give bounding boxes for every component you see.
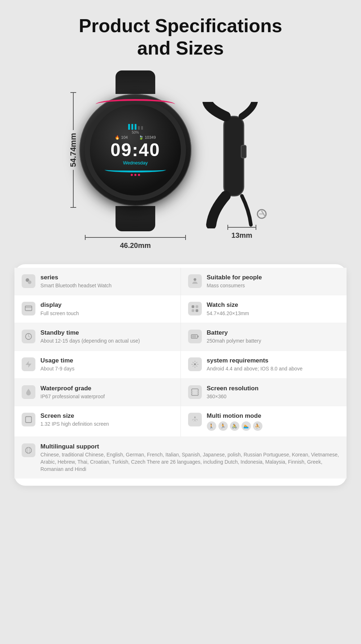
motion-icon-2: 🏃: [218, 421, 228, 431]
dimension-thickness: [227, 225, 256, 230]
svg-rect-18: [197, 336, 199, 338]
system-icon: [188, 357, 202, 371]
svg-rect-17: [192, 335, 196, 338]
motion-icon-1: 🚶: [207, 421, 216, 431]
spec-text-system: system requirements Android 4.4 and abov…: [207, 357, 303, 373]
motion-icon-4: 🏊: [242, 421, 251, 431]
svg-rect-8: [25, 306, 32, 311]
spec-text-watch-size: Watch size 54.7×46.20×13mm: [207, 301, 249, 317]
spec-cell-series: series Smart Bluetooth headset Watch: [14, 268, 181, 295]
spec-cell-motion: Multi motion mode 🚶 🏃 🚴 🏊 ⛹: [181, 406, 347, 437]
dim-label-width: 46.20mm: [120, 241, 151, 250]
watch-side-view: 13mm: [202, 102, 282, 240]
multilingual-icon: [22, 443, 35, 457]
screen-size-icon: [22, 413, 35, 426]
spec-cell-display: display Full screen touch: [14, 295, 181, 323]
spec-text-series: series Smart Bluetooth headset Watch: [40, 274, 112, 289]
spec-cell-watch-size: Watch size 54.7×46.20×13mm: [181, 295, 347, 323]
spec-cell-waterproof: Waterproof grade IP67 professional water…: [14, 379, 181, 406]
usage-icon: [22, 357, 35, 371]
spec-cell-usage: Usage time About 7-9 days: [14, 351, 181, 378]
spec-row-multilingual: Multilingual support Chinese, traditiona…: [14, 437, 347, 478]
spec-text-usage: Usage time About 7-9 days: [40, 357, 74, 373]
motion-icon-3: 🚴: [230, 421, 239, 431]
svg-point-7: [193, 278, 196, 281]
watch-front-view: 54.74mm: [79, 70, 191, 250]
spec-row-2: display Full screen touch Watch size 54.…: [14, 295, 347, 323]
svg-rect-23: [27, 418, 31, 422]
spec-cell-battery: Battery 250mah polymer battery: [181, 323, 347, 351]
watch-front-body: 50% 🔥 104 🍃 10349 09:40 Wednesday: [79, 70, 191, 231]
spec-text-screen-size: Screen size 1.32 IPS high definition scr…: [40, 412, 109, 428]
watch-strap-top: [116, 70, 155, 94]
watch-diagram: 54.74mm: [0, 60, 361, 250]
resolution-icon: [188, 385, 202, 399]
waterproof-icon: [22, 385, 35, 399]
motion-icon: [188, 413, 202, 426]
svg-rect-1: [241, 145, 246, 158]
svg-point-6: [28, 280, 31, 284]
spec-text-resolution: Screen resolution 360×360: [207, 385, 259, 400]
spec-text-battery: Battery 250mah polymer battery: [207, 329, 261, 345]
svg-rect-14: [195, 309, 198, 312]
spec-row-5: Waterproof grade IP67 professional water…: [14, 379, 347, 407]
spec-row-4: Usage time About 7-9 days system require…: [14, 351, 347, 379]
watch-side-svg: [202, 102, 282, 228]
series-icon: [22, 274, 35, 288]
people-icon: [188, 274, 202, 288]
spec-text-multilingual: Multilingual support Chinese, traditiona…: [40, 443, 339, 473]
watch-screen-content: 50% 🔥 104 🍃 10349 09:40 Wednesday: [105, 124, 166, 176]
spec-text-suitable: Suitable for people Mass consumers: [207, 274, 262, 289]
spec-cell-screen-size: Screen size 1.32 IPS high definition scr…: [14, 406, 181, 437]
svg-point-20: [194, 363, 196, 365]
spec-text-display: display Full screen touch: [40, 301, 79, 317]
standby-icon: [22, 330, 35, 343]
watch-strap-bottom: [116, 206, 155, 231]
page-title: Product Specifications and Sizes: [57, 14, 304, 60]
spec-cell-standby: Standby time About 12-15 days (depending…: [14, 323, 181, 351]
watch-time: 09:40: [110, 141, 160, 159]
spec-text-motion: Multi motion mode 🚶 🏃 🚴 🏊 ⛹: [207, 412, 262, 431]
dim-label-thickness: 13mm: [231, 231, 252, 240]
spec-text-standby: Standby time About 12-15 days (depending…: [40, 329, 140, 345]
spec-row-1: series Smart Bluetooth headset Watch Sui…: [14, 268, 347, 296]
spec-cell-suitable: Suitable for people Mass consumers: [181, 268, 347, 295]
spec-cell-system: system requirements Android 4.4 and abov…: [181, 351, 347, 378]
watch-size-icon: [188, 302, 202, 315]
display-icon: [22, 302, 35, 315]
svg-rect-11: [191, 305, 194, 308]
dimension-vertical: 54.74mm: [69, 92, 78, 208]
svg-rect-13: [191, 309, 194, 312]
spec-card: series Smart Bluetooth headset Watch Sui…: [14, 264, 347, 486]
watch-bezel-outer: 50% 🔥 104 🍃 10349 09:40 Wednesday: [79, 94, 191, 206]
motion-icon-5: ⛹: [253, 421, 262, 431]
dimension-horizontal: [85, 235, 186, 240]
spec-text-waterproof: Waterproof grade IP67 professional water…: [40, 385, 105, 400]
motion-icons-container: 🚶 🏃 🚴 🏊 ⛹: [207, 421, 262, 431]
svg-rect-12: [195, 305, 198, 308]
spec-row-6: Screen size 1.32 IPS high definition scr…: [14, 406, 347, 437]
svg-rect-0: [224, 116, 244, 196]
watch-face: 50% 🔥 104 🍃 10349 09:40 Wednesday: [85, 99, 186, 201]
watch-day: Wednesday: [123, 160, 148, 166]
spec-row-3: Standby time About 12-15 days (depending…: [14, 323, 347, 351]
battery-icon: [188, 330, 202, 343]
svg-marker-19: [26, 361, 32, 368]
spec-cell-resolution: Screen resolution 360×360: [181, 379, 347, 406]
